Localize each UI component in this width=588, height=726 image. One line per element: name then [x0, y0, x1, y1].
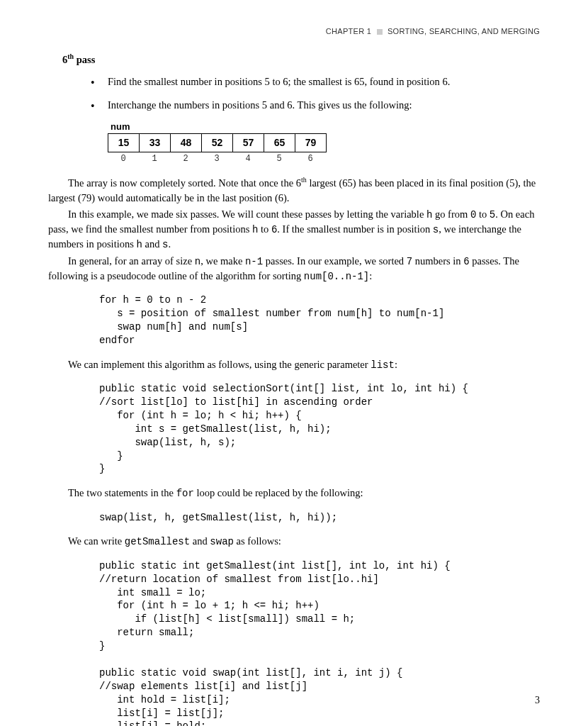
code-block-selectionsort: public static void selectionSort(int[] l…	[99, 382, 540, 476]
array-index: 0	[108, 154, 139, 164]
section-title: 6th pass	[62, 52, 540, 66]
array-cell: 48	[171, 133, 202, 152]
array-index: 3	[201, 154, 232, 164]
chapter-title: SORTING, SEARCHING, AND MERGING	[388, 27, 540, 35]
list-item: Find the smallest number in positions 5 …	[91, 74, 540, 89]
paragraph: We can write getSmallest and swap as fol…	[68, 534, 540, 549]
array-cell: 52	[202, 133, 233, 152]
paragraph: In this example, we made six passes. We …	[48, 207, 540, 252]
code-block-helpers: public static int getSmallest(int list[]…	[99, 559, 540, 726]
array-cells: 15 33 48 52 57 65 79	[108, 133, 327, 152]
page-header: CHAPTER 1 SORTING, SEARCHING, AND MERGIN…	[48, 27, 540, 35]
array-cell: 15	[108, 133, 140, 152]
list-item: Interchange the numbers in positions 5 a…	[91, 98, 540, 113]
header-separator-icon	[377, 29, 383, 35]
page-number: 3	[535, 695, 540, 706]
array-index: 2	[170, 154, 201, 164]
bullet-list: Find the smallest number in positions 5 …	[91, 74, 540, 113]
code-block-pseudocode: for h = 0 to n - 2 s = position of small…	[99, 294, 540, 347]
array-cell: 79	[295, 133, 327, 152]
chapter-label: CHAPTER 1	[326, 27, 371, 35]
paragraph: The array is now completely sorted. Note…	[48, 175, 540, 206]
array-index: 5	[264, 154, 295, 164]
index-row: 0 1 2 3 4 5 6	[108, 154, 540, 164]
array-table: num 15 33 48 52 57 65 79 0 1 2 3 4 5 6	[108, 121, 540, 164]
array-index: 1	[139, 154, 170, 164]
array-cell: 33	[140, 133, 171, 152]
array-index: 6	[295, 154, 326, 164]
array-cell: 57	[233, 133, 264, 152]
table-label: num	[111, 121, 540, 132]
paragraph: In general, for an array of size n, we m…	[48, 254, 540, 284]
array-index: 4	[232, 154, 264, 164]
code-block-swap-call: swap(list, h, getSmallest(list, h, hi));	[99, 511, 540, 525]
array-cell: 65	[264, 133, 295, 152]
paragraph: We can implement this algorithm as follo…	[68, 357, 540, 372]
paragraph: The two statements in the for loop could…	[68, 486, 540, 501]
